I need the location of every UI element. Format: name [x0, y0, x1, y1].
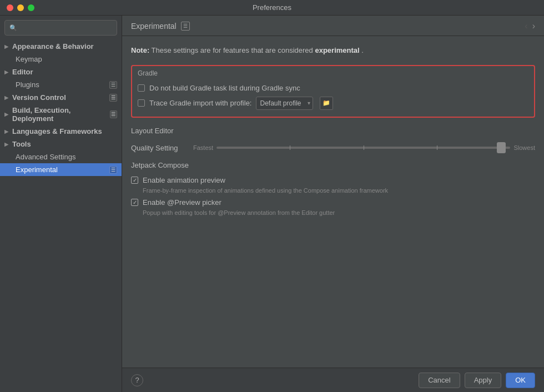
note-prefix: Note:: [131, 46, 149, 54]
experimental-badge: ☰: [109, 166, 117, 174]
vc-badge: ☰: [109, 94, 117, 102]
sidebar-item-keymap[interactable]: Keymap: [0, 53, 122, 66]
gradle-checkbox-label-2: Trace Gradle import with profile:: [149, 99, 251, 107]
search-box[interactable]: 🔍: [4, 20, 117, 36]
animation-preview-subtext: Frame-by-frame inspection of animations …: [131, 187, 535, 194]
window-title: Preferences: [253, 3, 291, 12]
icon-glyph: ☰: [183, 23, 188, 29]
preview-picker-subtext: Popup with editing tools for @Preview an…: [131, 209, 535, 216]
note-emphasis: experimental: [315, 46, 359, 54]
content-body: Note: These settings are for features th…: [122, 36, 544, 368]
sidebar-item-languages[interactable]: ▶ Languages & Frameworks: [0, 125, 122, 138]
sidebar-item-label: Languages & Frameworks: [12, 127, 102, 135]
content-area: Experimental ☰ ‹ › Note: These settings …: [122, 16, 544, 392]
window-controls: [7, 4, 34, 11]
quality-row: Quality Setting Fastest Slowest: [131, 139, 535, 157]
gradle-checkbox-label-1: Do not build Gradle task list during Gra…: [149, 84, 300, 92]
sidebar-item-label: Version Control: [12, 93, 66, 102]
note-suffix: .: [361, 46, 364, 54]
gradle-section: Gradle Do not build Gradle task list dur…: [131, 65, 535, 118]
plugins-badge: ☰: [109, 81, 117, 89]
note-text: Note: These settings are for features th…: [131, 45, 535, 56]
minimize-button[interactable]: [17, 4, 24, 11]
sidebar-item-advanced[interactable]: Advanced Settings: [0, 150, 122, 163]
gradle-checkbox-2[interactable]: [138, 99, 145, 107]
content-header: Experimental ☰ ‹ ›: [122, 16, 544, 36]
apply-button[interactable]: Apply: [465, 373, 502, 388]
sidebar-item-editor[interactable]: ▶ Editor: [0, 66, 122, 78]
sidebar-item-label: Appearance & Behavior: [12, 42, 94, 51]
slider-thumb[interactable]: [497, 142, 506, 153]
gradle-checkbox-1[interactable]: [138, 84, 145, 92]
content-title-row: Experimental ☰: [131, 22, 190, 31]
ok-button[interactable]: OK: [506, 373, 535, 388]
slider-tick-1: [290, 145, 290, 150]
sidebar-item-build[interactable]: ▶ Build, Execution, Deployment ☰: [0, 104, 122, 125]
slider-tick-2: [364, 145, 364, 150]
action-buttons: Cancel Apply OK: [419, 373, 535, 388]
chevron-right-icon: ▶: [4, 142, 8, 147]
animation-preview-label: Enable animation preview: [143, 176, 225, 184]
note-body: These settings are for features that are…: [152, 46, 315, 54]
maximize-button[interactable]: [28, 4, 34, 11]
profile-select[interactable]: Default profile: [256, 97, 313, 110]
chevron-right-icon: ▶: [4, 69, 8, 75]
preview-picker-checkbox[interactable]: [131, 199, 138, 206]
bottom-bar: ? Cancel Apply OK: [122, 368, 544, 392]
profile-select-wrapper: Default profile: [256, 97, 313, 110]
nav-arrows: ‹ ›: [525, 21, 535, 31]
cancel-button[interactable]: Cancel: [419, 373, 460, 388]
sidebar-item-label: Plugins: [16, 81, 39, 89]
gradle-content: Do not build Gradle task list during Gra…: [132, 79, 534, 117]
animation-preview-row: Enable animation preview: [131, 174, 535, 187]
profile-end-button[interactable]: 📁: [320, 97, 333, 110]
chevron-right-icon: ▶: [4, 95, 8, 100]
sidebar-item-appearance[interactable]: ▶ Appearance & Behavior: [0, 40, 122, 53]
preview-picker-label: Enable @Preview picker: [143, 198, 221, 207]
nav-forward-icon[interactable]: ›: [532, 21, 535, 31]
slider-left-label: Fastest: [193, 144, 213, 151]
sidebar-item-label: Tools: [12, 140, 31, 148]
animation-preview-checkbox[interactable]: [131, 177, 138, 184]
search-icon: 🔍: [9, 24, 17, 32]
sidebar-item-plugins[interactable]: Plugins ☰: [0, 78, 122, 91]
close-button[interactable]: [7, 4, 13, 11]
sidebar-item-label: Keymap: [16, 55, 42, 63]
sidebar-item-label: Advanced Settings: [16, 153, 75, 161]
chevron-right-icon: ▶: [4, 129, 8, 134]
quality-slider-track[interactable]: [216, 147, 510, 149]
titlebar: Preferences: [0, 0, 544, 16]
sidebar-item-version-control[interactable]: ▶ Version Control ☰: [0, 91, 122, 104]
nav-back-icon[interactable]: ‹: [525, 21, 527, 31]
chevron-right-icon: ▶: [4, 112, 8, 117]
slider-tick-3: [437, 145, 437, 150]
chevron-down-icon: ▶: [4, 44, 8, 49]
slider-right-label: Slowest: [513, 144, 535, 151]
sidebar-item-label: Editor: [12, 68, 33, 76]
jetpack-heading: Jetpack Compose: [131, 161, 535, 169]
build-badge: ☰: [110, 110, 117, 118]
gradle-label: Gradle: [132, 66, 534, 79]
sidebar: 🔍 ▶ Appearance & Behavior Keymap ▶ Edito…: [0, 16, 122, 392]
layout-editor-label: Layout Editor: [131, 127, 535, 135]
quality-label: Quality Setting: [131, 144, 187, 152]
slider-container: Fastest Slowest: [193, 144, 535, 151]
content-icon: ☰: [181, 22, 190, 31]
sidebar-item-tools[interactable]: ▶ Tools: [0, 138, 122, 150]
content-title: Experimental: [131, 22, 177, 31]
layout-editor-heading: Layout Editor Quality Setting Fastest: [131, 127, 535, 157]
sidebar-item-label: Build, Execution, Deployment: [12, 106, 108, 123]
sidebar-item-label: Experimental: [16, 165, 58, 174]
gradle-checkbox-row-1: Do not build Gradle task list during Gra…: [138, 82, 528, 94]
help-icon: ?: [135, 376, 139, 384]
main-layout: 🔍 ▶ Appearance & Behavior Keymap ▶ Edito…: [0, 16, 544, 392]
gradle-checkbox-row-2: Trace Gradle import with profile: Defaul…: [138, 94, 528, 112]
search-input[interactable]: [21, 24, 112, 32]
folder-icon: 📁: [323, 99, 330, 107]
preview-picker-row: Enable @Preview picker: [131, 196, 535, 209]
help-button[interactable]: ?: [131, 374, 143, 386]
sidebar-item-experimental[interactable]: Experimental ☰: [0, 163, 122, 176]
